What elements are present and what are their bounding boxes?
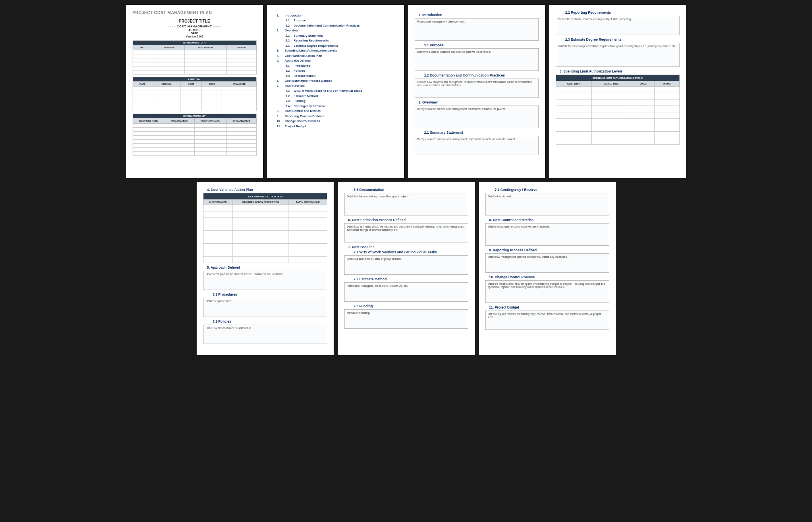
toc-item: 1. Introduction xyxy=(277,14,395,17)
circulation-table: CIRCULATION LIST RECIPIENT NAMEORGANIZAT… xyxy=(133,114,257,156)
sec-1-h: 1. Introduction xyxy=(415,13,539,17)
doc-title: PROJECT COST MANAGEMENT PLAN xyxy=(133,10,257,15)
table-row xyxy=(133,50,256,54)
toc-subitem: 7.4 Contingency / Reserve xyxy=(286,104,395,108)
sec-11-h: 11. Project Budget xyxy=(485,305,609,309)
col-header: DATE xyxy=(133,82,152,87)
table-row xyxy=(133,128,256,132)
table-row xyxy=(556,125,679,132)
toc-item: 6. Cost Estimation Process Defined xyxy=(277,79,395,83)
table-row xyxy=(133,54,256,58)
table-row xyxy=(556,132,679,138)
table-row xyxy=(203,218,327,224)
sec-9-box: Detail how management plan will be repor… xyxy=(485,253,609,273)
toc-subitem: 7.3 Funding xyxy=(286,99,395,103)
toc-item: 9. Reporting Process Defined xyxy=(277,114,395,118)
sec-5-1-box: Define set procedures. xyxy=(203,298,327,317)
toc-subitem: 2.3 Estimate Degree Requirements xyxy=(286,44,395,48)
sec-2-2-box: Define the methods, process, and regular… xyxy=(556,16,680,35)
page-7: 7.4 Contingency / ReserveDetail all fund… xyxy=(479,182,616,355)
revision-history-table: REVISION HISTORY DATEVERSIONDESCRIPTIONA… xyxy=(133,40,257,75)
version: Version 0.0.0 xyxy=(133,35,257,38)
sec-2-3-h: 2.3 Estimate Degree Requirements xyxy=(556,37,680,41)
sec-7-4-box: Detail all funds held. xyxy=(485,193,609,215)
toc-subitem: 1.1 Purpose xyxy=(286,19,395,22)
table-row xyxy=(133,132,256,136)
sec-8-box: Detail metrics used in conjunction with … xyxy=(485,223,609,246)
sec-7-1-box: Break out each section, task, or group o… xyxy=(344,255,468,275)
table-row xyxy=(203,211,327,218)
sec-1-1-box: Identify the desired outcome and how the… xyxy=(415,48,539,71)
col-header: NAME / TITLE xyxy=(592,81,632,87)
toc-subitem: 7.1 WBS of Work Sections and / or Indivi… xyxy=(286,89,395,93)
sec-2-1-box: Briefly elaborate on how cost management… xyxy=(415,136,539,155)
toc-subitem: 5.2 Policies xyxy=(286,69,395,72)
table-of-contents: 1. Introduction1.1 Purpose1.2 Documentat… xyxy=(274,10,398,128)
toc-item: 8. Cost Control and Metrics xyxy=(277,109,395,113)
page-3: 1. IntroductionProject cost management p… xyxy=(408,5,545,178)
sec-2-h: 2. Overview xyxy=(415,100,539,104)
col-header: VERSION xyxy=(152,82,181,87)
sec-1-box: Project cost management plan overview... xyxy=(415,18,539,41)
table-row xyxy=(133,91,256,95)
sec-4-h: 4. Cost Variance Action Plan xyxy=(203,188,327,192)
sec-7-3-box: Method of financing. xyxy=(344,309,468,329)
sec-2-2-h: 2.2 Reporting Requirements xyxy=(556,10,680,14)
col-header: ORGANIZATION xyxy=(165,118,194,124)
page-4: 2.2 Reporting RequirementsDefine the met… xyxy=(549,5,686,178)
sec-2-1-h: 2.1 Summary Statement xyxy=(415,130,539,135)
sec-5-box: How overall plan will be created, revise… xyxy=(203,271,327,290)
toc-item: 2. Overview xyxy=(277,29,395,32)
sec-5-h: 5. Approach Defined xyxy=(203,265,327,269)
table-row xyxy=(203,205,327,211)
sec-10-h: 10. Change Control Process xyxy=(485,275,609,279)
sec-11-box: List final figures reached for contingen… xyxy=(485,311,609,330)
table-row xyxy=(203,250,327,257)
col-header: NAME xyxy=(181,82,201,87)
table-row xyxy=(203,257,327,263)
toc-subitem: 1.2 Documentation and Communication Prac… xyxy=(286,24,395,27)
table-row xyxy=(133,136,256,140)
col-header: REQUIRED ACTION DESCRIPTION xyxy=(233,200,289,205)
toc-subitem: 5.3 Documentation xyxy=(286,74,395,78)
col-header: SIGNATURE xyxy=(222,82,256,87)
table-row xyxy=(133,62,256,66)
col-header: TITLE xyxy=(201,82,222,87)
table-row xyxy=(133,58,256,62)
toc-item: 4. Cost Variance Action Plan xyxy=(277,54,395,58)
table-row xyxy=(133,152,256,156)
col-header: EMAIL xyxy=(632,81,654,87)
sec-5-2-box: List all policies that must be adhered t… xyxy=(203,325,327,344)
sec-7-h: 7. Cost Baseline xyxy=(344,245,468,249)
spending-limit-table: SPENDING LIMIT AUTHORIZATION LEVELS COST… xyxy=(556,75,680,145)
col-header: COST LIMIT xyxy=(556,81,592,87)
table-row xyxy=(556,112,679,119)
sec-6-h: 6. Cost Estimation Process Defined xyxy=(344,218,468,222)
sec-5-2-h: 5.2 Policies xyxy=(203,319,327,323)
col-header: % OF VARIANCE xyxy=(203,200,233,205)
sec-1-1-h: 1.1 Purpose xyxy=(415,43,539,47)
toc-item: 11. Project Budget xyxy=(277,124,395,128)
table-row xyxy=(133,140,256,144)
table-row xyxy=(133,107,256,111)
project-title: PROJECT TITLE xyxy=(133,19,257,23)
table-row xyxy=(133,99,256,103)
table-row xyxy=(203,224,327,231)
sec-7-4-h: 7.4 Contingency / Reserve xyxy=(485,188,609,192)
table-row xyxy=(556,106,679,112)
sec-1-2-box: Discuss how progress and changes will be… xyxy=(415,79,539,98)
table-row xyxy=(556,138,679,145)
table-row xyxy=(556,87,679,93)
page-6: 5.3 DocumentationDetail the documentatio… xyxy=(338,182,475,355)
sec-7-2-box: Parametric, Analogous, Three-Point, Bott… xyxy=(344,282,468,302)
sec-3-h: 3. Spending Limit Authorization Levels xyxy=(556,69,680,73)
sec-7-2-h: 7.2 Estimate Method xyxy=(344,277,468,281)
col-header: RECIPIENT NAME xyxy=(194,118,226,124)
col-header: ORGANIZATION xyxy=(227,118,256,124)
date: DATE xyxy=(133,32,257,35)
cost-mgmt-sub: –––– COST MANAGEMENT –––– xyxy=(133,25,257,28)
approval-table: APPROVAL DATEVERSIONNAMETITLESIGNATURE xyxy=(133,77,257,111)
table-row xyxy=(133,95,256,99)
sec-7-1-h: 7.1 WBS of Work Sections and / or Indivi… xyxy=(344,250,468,254)
table-row xyxy=(133,66,256,70)
